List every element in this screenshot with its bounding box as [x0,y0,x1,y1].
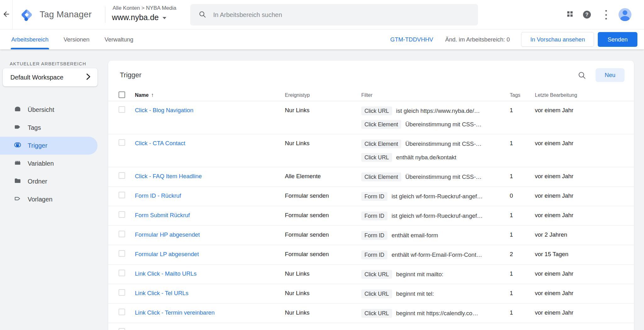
tab-versionen[interactable]: Versionen [64,30,89,49]
filter-condition: enthält email-form [391,232,438,239]
trigger-name-link[interactable]: Formular HP abgesendet [135,231,200,238]
apps-grid-icon[interactable] [567,11,573,17]
row-checkbox[interactable] [119,309,125,315]
event-type: Formular senden [285,187,361,206]
last-edited: vor einem Jahr [535,101,634,134]
table-row: Link Click - Tel URLsNur LinksClick URLb… [108,284,634,303]
sidebar-item-label: Übersicht [28,106,54,113]
table-row: Click - CTA ContactNur LinksClick Elemen… [108,134,634,167]
tags-count: 2 [510,245,535,264]
more-options-icon[interactable] [605,10,607,19]
row-checkbox[interactable] [119,192,125,198]
column-header-tags[interactable]: Tags [510,92,535,98]
table-row: Form ID - RückrufFormular sendenForm IDi… [108,186,634,206]
row-checkbox[interactable] [119,289,125,296]
sidebar-item-variablen[interactable]: Variablen [0,155,97,173]
tags-count: 0 [510,187,535,206]
row-checkbox[interactable] [119,172,125,179]
filter-variable-chip: Form ID [361,212,387,220]
column-header-filter[interactable]: Filter [361,92,510,98]
trigger-name-link[interactable]: Click - Blog Navigation [135,107,193,113]
table-row: Link Click - Termin vereinbarenNur Links… [108,303,634,323]
table-row: Link Click - Mailto URLsNur LinksClick U… [108,264,634,284]
last-edited: vor einem Jahr [535,284,634,303]
filter-list: Click URLbeginnt mit tel: [361,284,510,303]
trigger-name-link[interactable]: Scroll-Tiefe [135,329,164,330]
tab-arbeitsbereich[interactable]: Arbeitsbereich [11,30,48,49]
back-button[interactable] [0,0,13,30]
trigger-name-link[interactable]: Link Click - Termin vereinbaren [135,309,215,316]
trigger-name-link[interactable]: Form ID - Rückruf [135,192,181,199]
event-type: Nur Links [285,134,361,167]
user-avatar[interactable] [619,8,631,21]
tags-count: 1 [510,206,535,225]
tags-count: 1 [510,284,535,303]
row-checkbox[interactable] [119,328,125,330]
filter-condition: beginnt mit mailto: [396,271,443,278]
sidebar-item-label: Trigger [28,142,47,149]
last-edited: vor 2 Jahren [535,226,634,245]
last-edited: vor einem Jahr [535,187,634,206]
workspace-search[interactable] [190,4,478,25]
tab-verwaltung[interactable]: Verwaltung [105,30,134,49]
help-icon[interactable]: ? [583,11,591,19]
table-search-icon[interactable] [577,71,586,80]
row-checkbox[interactable] [119,270,125,276]
table-row: Click - FAQ Item HeadlineAlle ElementeCl… [108,167,634,186]
row-checkbox[interactable] [119,250,125,257]
trigger-name-link[interactable]: Link Click - Mailto URLs [135,270,197,277]
sidebar-item-tags[interactable]: Tags [0,119,97,137]
new-trigger-button[interactable]: Neu [596,68,625,82]
select-all-checkbox[interactable] [119,91,125,98]
event-type: Alle Elemente [285,167,361,186]
trigger-name-link[interactable]: Link Click - Tel URLs [135,290,188,296]
sidebar-item-ordner[interactable]: Ordner [0,173,97,190]
sidebar-nav: Übersicht Tags Trigger Variablen Ordner [0,101,108,208]
trigger-name-link[interactable]: Click - FAQ Item Headline [135,173,202,179]
preview-button[interactable]: In Vorschau ansehen [521,32,594,47]
event-type: Nur Links [285,101,361,134]
app-name: Tag Manager [40,9,92,19]
column-header-letzte-bearbeitung[interactable]: Letzte Bearbeitung [535,92,634,98]
sidebar-item-uebersicht[interactable]: Übersicht [0,101,97,119]
row-checkbox[interactable] [119,231,125,237]
row-checkbox[interactable] [119,211,125,218]
trigger-name-link[interactable]: Formular LP abgesendet [135,251,199,257]
filter-list [361,323,510,330]
trigger-name-link[interactable]: Form Submit Rückruf [135,212,190,218]
filter-condition: beginnt mit https://calendly.co… [396,310,478,317]
container-id-link[interactable]: GTM-TDDVHHV [390,36,433,43]
search-input[interactable] [213,11,458,19]
sidebar-item-trigger[interactable]: Trigger [0,137,97,155]
workspace-name: Default Workspace [10,74,64,81]
column-header-name[interactable]: Name ↑ [135,92,285,98]
column-header-ereignistyp[interactable]: Ereignistyp [285,92,361,98]
submit-button[interactable]: Senden [598,32,637,47]
last-edited: vor 15 Tagen [535,245,634,264]
tags-count: 1 [510,323,535,330]
row-checkbox[interactable] [119,139,125,146]
caret-down-icon [163,17,166,19]
tags-count: 1 [510,265,535,284]
tags-count: 1 [510,167,535,186]
workspace-selector[interactable]: Default Workspace [3,68,97,86]
filter-variable-chip: Click URL [361,270,392,279]
filter-condition: Übereinstimmung mit CSS-… [405,121,482,128]
table-row: Form Submit RückrufFormular sendenForm I… [108,206,634,225]
sidebar-item-vorlagen[interactable]: Vorlagen [0,190,97,208]
filter-variable-chip: Click Element [361,120,401,129]
filter-condition: ist gleich wf-form-Rueckruf-angef… [391,212,483,220]
filter-variable-chip: Click URL [361,309,392,318]
filter-condition: ist gleich wf-form-Rueckruf-angef… [391,193,483,200]
app-header: Tag Manager Alle Konten > NYBA Media www… [0,0,644,30]
filter-variable-chip: Click URL [361,153,392,162]
overview-icon [14,105,21,114]
trigger-name-link[interactable]: Click - CTA Contact [135,140,185,146]
filter-list: Form IDenthält email-form [361,226,510,245]
row-checkbox[interactable] [119,106,125,113]
header-divider [105,7,105,23]
trigger-list-card: Trigger Neu Name ↑ Ereignistyp Filter Ta… [108,61,634,330]
container-selector[interactable]: www.nyba.de [112,13,166,22]
filter-condition: enthält nyba.de/kontakt [396,154,456,161]
sidebar: AKTUELLER ARBEITSBEREICH Default Workspa… [0,49,108,330]
